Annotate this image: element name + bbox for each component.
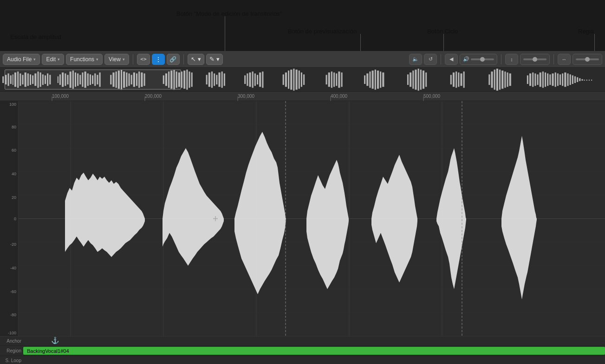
svg-rect-126 (507, 72, 508, 87)
svg-rect-144 (567, 73, 568, 86)
pitch-slider[interactable] (523, 58, 546, 60)
svg-rect-154 (591, 80, 592, 81)
amplitude-scale: 100 80 60 40 20 0 -20 -40 -60 -80 -100 (0, 101, 19, 336)
svg-rect-142 (562, 73, 563, 86)
svg-rect-82 (285, 72, 287, 87)
svg-rect-66 (208, 72, 210, 87)
cycle-btn[interactable]: ↺ (424, 54, 437, 65)
svg-rect-100 (372, 70, 374, 89)
speaker-btn[interactable]: 🔈 (409, 54, 422, 65)
anchor-row: Anchor ⚓ (0, 337, 605, 346)
svg-rect-128 (527, 76, 528, 84)
amp-100: 100 (9, 102, 16, 107)
svg-rect-75 (249, 72, 251, 87)
regla-label: Regla (578, 28, 594, 35)
svg-rect-125 (504, 71, 506, 88)
svg-rect-77 (254, 73, 256, 86)
svg-rect-138 (552, 73, 553, 86)
view-chevron: ▾ (123, 57, 125, 62)
prev-btn[interactable]: ◀ (445, 54, 458, 65)
svg-rect-135 (545, 72, 546, 87)
svg-rect-137 (549, 74, 551, 85)
svg-rect-148 (577, 77, 578, 82)
pitch-up-btn[interactable]: ↕ (505, 54, 518, 65)
region-bar: Anchor ⚓ Region BackingVocal1#04 S. Loop (0, 336, 605, 364)
svg-rect-149 (579, 78, 580, 81)
svg-rect-104 (382, 72, 384, 87)
separator-1 (133, 54, 133, 64)
amp-neg20: -20 (10, 242, 16, 247)
sloop-label: S. Loop (0, 358, 23, 363)
svg-rect-127 (509, 73, 511, 86)
volume-icon: 🔊 (463, 56, 469, 62)
overview-area[interactable] (0, 68, 605, 92)
svg-rect-113 (450, 75, 452, 84)
code-view-btn[interactable]: <> (137, 54, 150, 65)
svg-rect-103 (380, 71, 381, 88)
svg-rect-73 (244, 76, 246, 84)
svg-rect-134 (542, 71, 544, 88)
expand-btn[interactable]: ↔ (558, 54, 571, 65)
svg-rect-95 (338, 71, 340, 88)
waveform-display[interactable] (19, 101, 605, 336)
volume-slider[interactable] (471, 58, 494, 60)
svg-rect-84 (290, 70, 292, 89)
svg-rect-141 (559, 74, 561, 85)
expand-slider-group (572, 54, 602, 65)
edit-menu[interactable]: Edit ▾ (42, 54, 64, 65)
pencil-tool-btn[interactable]: ✎ ▾ (206, 54, 223, 65)
region-content[interactable]: BackingVocal1#04 (23, 346, 605, 356)
svg-rect-139 (555, 72, 556, 87)
svg-rect-122 (496, 69, 498, 90)
svg-rect-108 (415, 70, 416, 89)
svg-rect-76 (252, 71, 254, 88)
amp-neg80: -80 (10, 313, 16, 317)
svg-rect-145 (570, 74, 571, 85)
anchor-content: ⚓ (23, 337, 605, 345)
svg-rect-68 (214, 73, 215, 86)
svg-rect-123 (499, 70, 501, 89)
svg-rect-143 (564, 72, 566, 87)
separator-4 (501, 54, 501, 64)
svg-rect-105 (407, 74, 409, 85)
overview-selection[interactable] (5, 70, 181, 89)
link-btn[interactable]: 🔗 (167, 54, 180, 65)
svg-rect-92 (331, 71, 332, 88)
svg-rect-67 (211, 71, 213, 88)
svg-rect-129 (529, 73, 531, 86)
svg-rect-72 (224, 73, 225, 86)
svg-rect-65 (206, 75, 208, 84)
svg-rect-146 (572, 76, 573, 84)
svg-rect-83 (288, 70, 289, 89)
transient-edit-btn[interactable]: ⋮ (152, 54, 165, 65)
anchor-icon: ⚓ (51, 337, 59, 344)
svg-rect-136 (547, 73, 548, 86)
boton-previsualizacion-label: Botón de previsualización (288, 28, 357, 35)
toolbar: Audio File ▾ Edit ▾ Functions ▾ View ▾ <… (0, 51, 605, 68)
functions-menu[interactable]: Functions ▾ (66, 54, 103, 65)
view-menu[interactable]: View ▾ (104, 54, 129, 65)
svg-rect-151 (584, 80, 585, 81)
svg-rect-106 (410, 72, 411, 87)
audio-file-menu[interactable]: Audio File ▾ (3, 54, 40, 65)
pointer-tool-btn[interactable]: ↖ ▾ (188, 54, 204, 65)
svg-rect-114 (453, 72, 455, 87)
svg-rect-74 (247, 73, 248, 86)
svg-rect-110 (420, 70, 422, 89)
svg-rect-109 (418, 69, 419, 90)
toolbar-right: 🔈 ↺ ◀ 🔊 ↕ ↔ (409, 54, 602, 65)
region-green-bar[interactable]: BackingVocal1#04 (23, 347, 605, 355)
svg-rect-120 (491, 71, 493, 88)
svg-rect-70 (218, 72, 220, 87)
region-row[interactable]: Region BackingVocal1#04 (0, 346, 605, 356)
amp-neg100: -100 (8, 331, 16, 335)
svg-rect-64 (191, 72, 193, 87)
svg-rect-131 (534, 73, 536, 86)
svg-rect-140 (557, 73, 559, 86)
sloop-content (23, 356, 605, 364)
amp-neg40: -40 (10, 266, 16, 270)
svg-rect-111 (423, 70, 424, 89)
pitch-slider-group (520, 54, 550, 65)
expand-slider[interactable] (576, 58, 599, 60)
separator-2 (183, 54, 184, 64)
